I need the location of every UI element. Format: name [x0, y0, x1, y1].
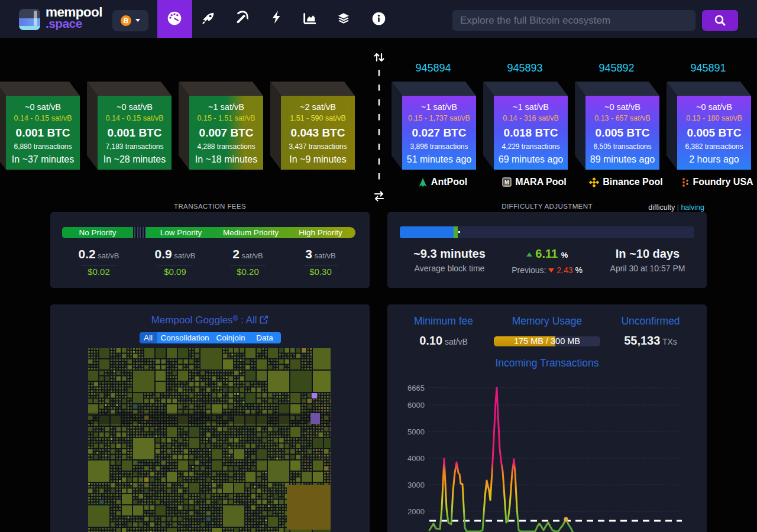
svg-text:3000: 3000 — [407, 481, 425, 489]
svg-text:6665: 6665 — [407, 384, 425, 392]
svg-text:M: M — [504, 179, 509, 185]
svg-text:2000: 2000 — [407, 507, 425, 516]
svg-text:5000: 5000 — [407, 427, 425, 436]
svg-text:4000: 4000 — [407, 454, 425, 463]
svg-text:6000: 6000 — [407, 401, 425, 410]
